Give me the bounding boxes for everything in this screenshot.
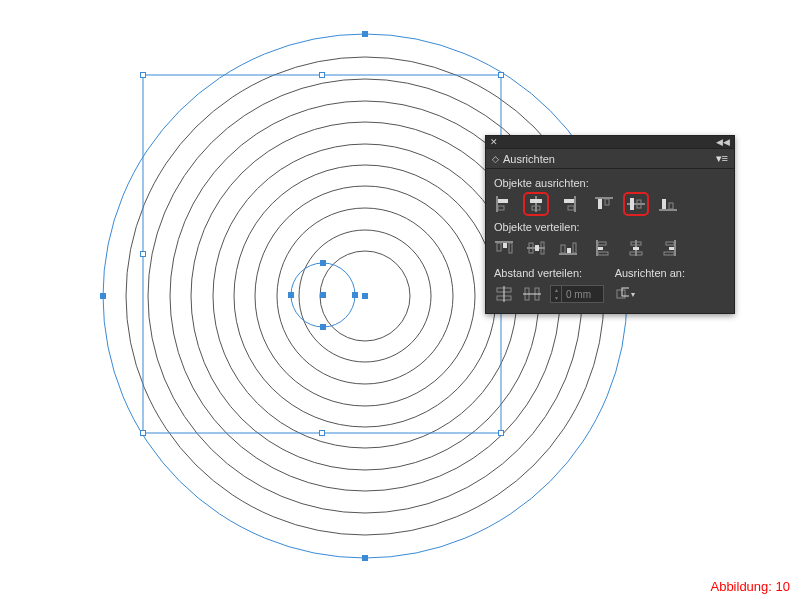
- svg-rect-62: [598, 242, 606, 245]
- spacing-section-label: Abstand verteilen:: [494, 267, 605, 279]
- svg-rect-20: [499, 431, 504, 436]
- svg-rect-50: [497, 243, 501, 251]
- panel-body: Objekte ausrichten: Objekte verteilen: A…: [486, 169, 734, 313]
- svg-rect-30: [363, 294, 368, 299]
- svg-rect-25: [321, 261, 326, 266]
- svg-rect-35: [530, 199, 542, 203]
- align-bottom-icon[interactable]: [658, 195, 678, 213]
- align-left-icon[interactable]: [494, 195, 514, 213]
- panel-toggle-icon[interactable]: ◇: [492, 154, 499, 164]
- align-top-icon[interactable]: [594, 195, 614, 213]
- svg-rect-60: [573, 243, 576, 253]
- panel-header-bar[interactable]: ✕ ◀◀: [486, 136, 734, 149]
- svg-rect-39: [568, 206, 574, 210]
- svg-rect-64: [598, 252, 608, 255]
- dist-vcenter-icon[interactable]: [526, 239, 546, 257]
- svg-rect-71: [669, 247, 674, 250]
- svg-rect-32: [498, 199, 508, 203]
- dist-top-icon[interactable]: [494, 239, 514, 257]
- dist-left-icon[interactable]: [594, 239, 614, 257]
- svg-rect-72: [664, 252, 674, 255]
- svg-rect-17: [320, 431, 325, 436]
- svg-rect-59: [567, 248, 571, 253]
- panel-tab[interactable]: ◇ Ausrichten ▾≡: [486, 149, 734, 169]
- svg-rect-67: [633, 247, 639, 250]
- svg-rect-38: [564, 199, 574, 203]
- align-to-section-label: Ausrichten an:: [615, 267, 726, 279]
- svg-rect-14: [141, 252, 146, 257]
- align-right-icon[interactable]: [558, 195, 578, 213]
- svg-rect-63: [598, 247, 603, 250]
- svg-rect-47: [662, 199, 666, 209]
- distribute-section-label: Objekte verteilen:: [494, 221, 726, 233]
- svg-rect-23: [101, 294, 106, 299]
- figure-caption: Abbildung: 10: [710, 579, 790, 594]
- svg-rect-42: [605, 199, 609, 205]
- svg-rect-55: [535, 245, 539, 251]
- svg-rect-58: [561, 245, 565, 253]
- dist-space-v-icon[interactable]: [494, 285, 514, 303]
- collapse-icon[interactable]: ◀◀: [716, 138, 730, 147]
- svg-rect-26: [321, 325, 326, 330]
- svg-rect-27: [289, 293, 294, 298]
- svg-rect-16: [320, 73, 325, 78]
- svg-rect-33: [498, 206, 504, 210]
- svg-rect-29: [321, 293, 326, 298]
- dist-space-h-icon[interactable]: [522, 285, 542, 303]
- align-panel[interactable]: ✕ ◀◀ ◇ Ausrichten ▾≡ Objekte ausrichten:…: [485, 135, 735, 314]
- panel-menu-icon[interactable]: ▾≡: [716, 152, 728, 165]
- spacing-value-field[interactable]: ▴▾ 0 mm: [550, 285, 604, 303]
- align-vcenter-icon[interactable]: [626, 195, 646, 213]
- dist-bottom-icon[interactable]: [558, 239, 578, 257]
- align-section-label: Objekte ausrichten:: [494, 177, 726, 189]
- svg-rect-51: [503, 243, 507, 248]
- align-to-dropdown[interactable]: ▾: [615, 285, 635, 303]
- svg-rect-21: [363, 32, 368, 37]
- panel-title: Ausrichten: [503, 153, 555, 165]
- dist-right-icon[interactable]: [658, 239, 678, 257]
- svg-rect-22: [363, 556, 368, 561]
- svg-rect-41: [598, 199, 602, 209]
- svg-rect-79: [617, 290, 625, 298]
- svg-rect-70: [666, 242, 674, 245]
- svg-rect-44: [630, 198, 634, 210]
- svg-rect-28: [353, 293, 358, 298]
- svg-rect-13: [141, 73, 146, 78]
- spacing-value: 0 mm: [562, 289, 591, 300]
- svg-rect-52: [509, 243, 512, 253]
- svg-rect-18: [499, 73, 504, 78]
- close-icon[interactable]: ✕: [490, 138, 498, 147]
- dist-hcenter-icon[interactable]: [626, 239, 646, 257]
- svg-rect-12: [143, 75, 501, 433]
- svg-rect-48: [669, 203, 673, 209]
- align-hcenter-icon[interactable]: [526, 195, 546, 213]
- svg-rect-15: [141, 431, 146, 436]
